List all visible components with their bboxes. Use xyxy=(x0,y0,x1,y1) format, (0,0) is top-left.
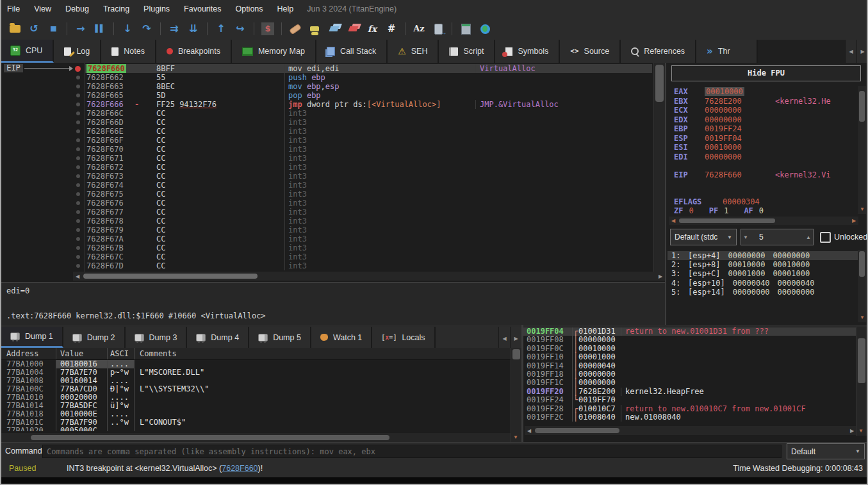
dump-row[interactable]: 77BA100800160014.... xyxy=(1,377,511,385)
disasm-row[interactable]: 7628F676CCint3 xyxy=(85,199,652,208)
argument-row[interactable]: 5:[esp+14]0000000000000000 xyxy=(667,288,858,297)
dump-row[interactable]: 77BA100000180016.... xyxy=(1,360,511,368)
disasm-row[interactable]: 7628F67CCCint3 xyxy=(85,252,652,261)
tab-locals[interactable]: [x=]Locals xyxy=(372,327,435,348)
disasm-row[interactable]: 7628F6608BFFmov edi,ediVirtualAlloc xyxy=(85,64,652,73)
breakpoint-dot[interactable] xyxy=(76,111,80,115)
stack-horizontal-scrollbar[interactable] xyxy=(525,426,856,435)
calling-convention-combo[interactable]: Default (stdc xyxy=(670,229,737,245)
scroll-left-icon[interactable] xyxy=(669,217,678,225)
stack-row[interactable]: 0019FF1C│00000000 xyxy=(523,379,856,387)
stack-vertical-scrollbar[interactable] xyxy=(856,327,867,436)
disasm-row[interactable]: 7628F679CCint3 xyxy=(85,226,652,234)
scrollbar-thumb[interactable] xyxy=(655,65,664,102)
hide-fpu-button[interactable]: Hide FPU xyxy=(671,65,861,81)
scrollbar-thumb[interactable] xyxy=(535,428,619,433)
menu-item-tracing[interactable]: Tracing xyxy=(96,0,136,18)
execute-till-return-icon[interactable]: ↪ xyxy=(231,18,250,40)
dump-row[interactable]: 77BA10200005000C xyxy=(1,427,511,431)
run-icon[interactable]: → xyxy=(71,18,90,40)
breakpoint-dot[interactable] xyxy=(76,237,80,241)
register-row[interactable]: EDI00000000 xyxy=(674,152,857,162)
stack-row[interactable]: 0019FF10│00001000 xyxy=(523,353,856,361)
scrollbar-thumb[interactable] xyxy=(31,435,389,440)
open-file-icon[interactable] xyxy=(5,18,24,40)
command-input[interactable] xyxy=(42,445,782,458)
scrollbar-thumb[interactable] xyxy=(679,218,775,223)
breakpoint-dot[interactable] xyxy=(76,210,80,214)
column-header[interactable]: Value xyxy=(56,348,108,359)
tab-dump-5[interactable]: Dump 5 xyxy=(249,327,311,348)
disasm-row[interactable]: 7628F675CCint3 xyxy=(85,190,652,199)
tab-scroll-left-button[interactable] xyxy=(845,40,856,63)
stack-row[interactable]: 0019FF08│00000000 xyxy=(523,336,856,344)
tab-breakpoints[interactable]: Breakpoints xyxy=(156,40,232,63)
breakpoint-dot[interactable] xyxy=(76,85,80,88)
dump-row[interactable]: 77BA101477BA5DFCü]°w xyxy=(1,402,511,410)
scrollbar-thumb[interactable] xyxy=(858,338,865,383)
stack-row[interactable]: 0019FF28┌010010C7return to new.010010C7 … xyxy=(523,405,856,413)
dump-vertical-scrollbar[interactable] xyxy=(511,348,521,442)
disasm-row[interactable]: 7628F671CCint3 xyxy=(85,154,652,163)
registers-vertical-scrollbar[interactable] xyxy=(858,86,866,214)
disasm-row[interactable]: 7628F677CCint3 xyxy=(85,208,652,217)
breakpoint-dot[interactable] xyxy=(76,129,80,133)
tab-call-stack[interactable]: Call Stack xyxy=(316,40,388,63)
bookmarks-icon[interactable] xyxy=(343,18,363,40)
breakpoint-dot[interactable] xyxy=(76,76,80,79)
dump-horizontal-scrollbar[interactable] xyxy=(1,433,511,442)
breakpoint-dot[interactable] xyxy=(76,228,80,232)
disasm-row[interactable]: 7628F66ECCint3 xyxy=(85,127,652,136)
disasm-row[interactable]: 7628F66CCCint3 xyxy=(85,109,652,118)
tab-script[interactable]: Script xyxy=(439,40,495,63)
registers-horizontal-scrollbar[interactable] xyxy=(669,217,858,225)
disasm-row[interactable]: 7628F666-FF25 94132F76jmp dword ptr ds:[… xyxy=(85,100,652,109)
comments-icon[interactable] xyxy=(305,18,324,40)
scrollbar-thumb[interactable] xyxy=(83,274,258,279)
dump-row[interactable]: 77BA10180010000E.... xyxy=(1,410,511,418)
breakpoint-dot[interactable] xyxy=(76,192,80,196)
breakpoint-dot[interactable] xyxy=(76,103,80,106)
tab-memory-map[interactable]: Memory Map xyxy=(232,40,316,63)
column-header[interactable]: Comments xyxy=(135,348,511,359)
globe-icon[interactable] xyxy=(475,18,495,40)
restart-icon[interactable]: ↺ xyxy=(24,18,44,40)
animate-over-icon[interactable]: ⇊ xyxy=(184,18,203,40)
disasm-row[interactable]: 7628F6655Dpop ebp xyxy=(85,91,652,100)
breakpoint-dot[interactable] xyxy=(76,174,80,178)
scroll-right-icon[interactable] xyxy=(656,272,665,281)
stack-row[interactable]: 0019FF2C│01008040new.01008040 xyxy=(523,413,856,422)
dump-row[interactable]: 77BA101C77BA7F90..°wL"CONOUT$" xyxy=(1,418,511,427)
breakpoint-dot[interactable] xyxy=(76,183,80,187)
register-row[interactable]: EFLAGS00000304 xyxy=(674,197,857,207)
scroll-down-icon[interactable] xyxy=(856,427,865,435)
disasm-horizontal-scrollbar[interactable] xyxy=(73,272,665,281)
arguments-vertical-scrollbar[interactable] xyxy=(858,250,866,322)
column-header[interactable]: ASCI xyxy=(108,348,135,359)
scroll-down-icon[interactable] xyxy=(858,313,867,322)
menu-item-plugins[interactable]: Plugins xyxy=(136,0,177,18)
disasm-row[interactable]: 7628F67BCCint3 xyxy=(85,243,652,252)
disasm-row[interactable]: 7628F672CCint3 xyxy=(85,163,652,172)
step-into-icon[interactable]: ↓ xyxy=(118,18,137,40)
tab-watch-1[interactable]: Watch 1 xyxy=(311,327,372,348)
disasm-row[interactable]: 7628F673CCint3 xyxy=(85,172,652,181)
tab-source[interactable]: <>Source xyxy=(560,40,621,63)
breakpoint-dot[interactable] xyxy=(76,94,80,97)
argument-row[interactable]: 3:[esp+C]0000100000001000 xyxy=(667,269,858,278)
disasm-row[interactable]: 7628F678CCint3 xyxy=(85,217,652,226)
case-icon[interactable]: Az xyxy=(409,18,429,40)
patches-icon[interactable] xyxy=(286,18,305,40)
breakpoint-dot[interactable] xyxy=(76,147,80,151)
disasm-row[interactable]: 7628F674CCint3 xyxy=(85,181,652,190)
stack-row[interactable]: 0019FF24└0019FF70 xyxy=(523,396,856,404)
script-language-combo[interactable]: Default xyxy=(787,443,865,459)
tab-dump-3[interactable]: Dump 3 xyxy=(126,327,188,348)
register-row[interactable]: EBP0019FF24 xyxy=(674,124,857,134)
step-over-icon[interactable]: ↷ xyxy=(137,18,156,40)
tab-log[interactable]: Log xyxy=(54,40,101,63)
menu-item-help[interactable]: Help xyxy=(270,0,301,18)
notify-icon[interactable] xyxy=(429,18,448,40)
breakpoint-dot[interactable] xyxy=(76,264,80,268)
scroll-left-icon[interactable] xyxy=(525,427,534,435)
